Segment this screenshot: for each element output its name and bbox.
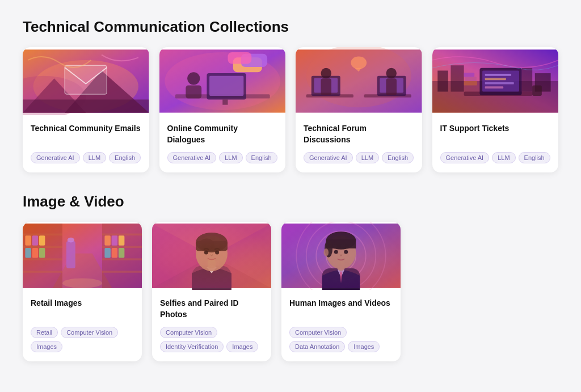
svg-rect-43 <box>485 82 513 85</box>
card-it-support-tickets[interactable]: IT Support Tickets Generative AI LLM Eng… <box>432 47 559 172</box>
tag-computer-vision: Computer Vision <box>61 327 118 338</box>
card-human-image <box>281 222 401 290</box>
tag-computer-vision: Computer Vision <box>289 327 347 338</box>
card-tags: Generative AI LLM English <box>31 152 141 163</box>
image-video-section-title: Image & Video <box>23 193 558 210</box>
svg-rect-51 <box>23 234 62 236</box>
tag-images: Images <box>31 341 62 352</box>
svg-point-30 <box>351 56 367 69</box>
card-body: Selfies and Paired ID Photos Computer Vi… <box>152 290 271 361</box>
tag-english: English <box>109 152 141 163</box>
svg-rect-59 <box>32 248 39 258</box>
card-tags: Computer Vision Data Annotation Images <box>289 327 393 352</box>
tag-generative-ai: Generative AI <box>167 152 217 163</box>
svg-rect-67 <box>112 235 118 246</box>
card-body: Technical Community Emails Generative AI… <box>23 115 149 172</box>
svg-rect-11 <box>209 76 243 96</box>
svg-rect-57 <box>39 235 45 246</box>
tag-llm: LLM <box>83 152 106 163</box>
card-title: Retail Images <box>31 298 134 309</box>
svg-rect-44 <box>485 86 503 88</box>
card-retail-images[interactable]: Retail Images Retail Computer Vision Ima… <box>23 222 142 361</box>
svg-rect-55 <box>25 235 31 246</box>
svg-rect-29 <box>386 78 397 95</box>
svg-rect-34 <box>451 65 464 91</box>
tag-generative-ai: Generative AI <box>304 152 353 163</box>
svg-rect-70 <box>112 248 118 258</box>
svg-rect-38 <box>532 85 542 96</box>
card-chat-image <box>159 47 286 115</box>
tag-llm: LLM <box>219 152 242 163</box>
svg-point-74 <box>62 279 102 289</box>
svg-rect-106 <box>281 224 401 288</box>
svg-point-28 <box>386 68 397 79</box>
svg-rect-42 <box>485 78 506 80</box>
svg-rect-64 <box>102 259 142 261</box>
svg-rect-41 <box>485 74 511 76</box>
svg-rect-47 <box>464 73 474 77</box>
svg-rect-33 <box>437 70 448 91</box>
card-body: Technical Forum Discussions Generative A… <box>296 115 422 172</box>
card-email-image <box>23 47 149 115</box>
tag-llm: LLM <box>356 152 379 163</box>
svg-rect-72 <box>66 241 75 268</box>
page-content: Technical Communication Collections <box>23 18 558 361</box>
svg-rect-89 <box>152 224 271 288</box>
tag-english: English <box>246 152 277 163</box>
card-title: Human Images and Videos <box>289 298 393 309</box>
card-tags: Computer Vision Identity Verification Im… <box>160 327 263 352</box>
svg-rect-62 <box>102 234 142 236</box>
tag-images: Images <box>348 341 380 352</box>
card-technical-community-emails[interactable]: Technical Community Emails Generative AI… <box>23 47 149 172</box>
card-body: Human Images and Videos Computer Vision … <box>281 290 401 361</box>
svg-rect-5 <box>23 99 149 112</box>
tag-english: English <box>519 152 550 163</box>
card-tags: Generative AI LLM English <box>440 152 551 163</box>
card-selfies-id-photos[interactable]: Selfies and Paired ID Photos Computer Vi… <box>152 222 271 361</box>
tag-generative-ai: Generative AI <box>440 152 490 163</box>
card-selfie-image <box>152 222 271 290</box>
card-tags: Generative AI LLM English <box>167 152 278 163</box>
svg-rect-27 <box>321 78 332 95</box>
svg-rect-46 <box>465 77 476 81</box>
card-title: Technical Forum Discussions <box>304 123 414 145</box>
card-body: Online Community Dialogues Generative AI… <box>159 115 286 172</box>
svg-rect-58 <box>25 248 31 258</box>
card-human-images-videos[interactable]: Human Images and Videos Computer Vision … <box>281 222 401 361</box>
card-tags: Retail Computer Vision Images <box>31 327 134 352</box>
svg-rect-63 <box>102 246 142 248</box>
card-forum-image <box>296 47 422 115</box>
card-title: Technical Community Emails <box>31 123 141 134</box>
svg-rect-14 <box>186 85 201 98</box>
svg-rect-52 <box>23 246 62 248</box>
svg-point-26 <box>321 68 332 79</box>
card-title: Selfies and Paired ID Photos <box>160 298 263 320</box>
technical-cards-grid: Technical Community Emails Generative AI… <box>23 47 558 172</box>
card-online-community-dialogues[interactable]: Online Community Dialogues Generative AI… <box>159 47 286 172</box>
image-video-section: Image & Video <box>23 193 558 361</box>
svg-rect-17 <box>228 52 251 64</box>
svg-point-13 <box>187 72 200 85</box>
tag-english: English <box>382 152 414 163</box>
card-it-image <box>432 47 559 115</box>
tag-retail: Retail <box>31 327 58 338</box>
card-title: Online Community Dialogues <box>167 123 278 145</box>
card-technical-forum-discussions[interactable]: Technical Forum Discussions Generative A… <box>296 47 422 172</box>
technical-section-title: Technical Communication Collections <box>23 18 558 36</box>
svg-rect-60 <box>39 248 45 258</box>
svg-point-73 <box>68 238 74 243</box>
svg-rect-35 <box>521 68 532 92</box>
card-title: IT Support Tickets <box>440 123 551 134</box>
svg-rect-68 <box>119 235 125 246</box>
tag-identity-verification: Identity Verification <box>160 341 224 352</box>
technical-section: Technical Communication Collections <box>23 18 558 172</box>
svg-rect-54 <box>23 271 62 273</box>
tag-computer-vision: Computer Vision <box>160 327 217 338</box>
svg-rect-65 <box>102 271 142 273</box>
tag-generative-ai: Generative AI <box>31 152 80 163</box>
svg-rect-66 <box>104 235 111 246</box>
svg-rect-12 <box>222 99 228 104</box>
card-tags: Generative AI LLM English <box>304 152 414 163</box>
card-body: IT Support Tickets Generative AI LLM Eng… <box>432 115 559 172</box>
tag-llm: LLM <box>492 152 515 163</box>
